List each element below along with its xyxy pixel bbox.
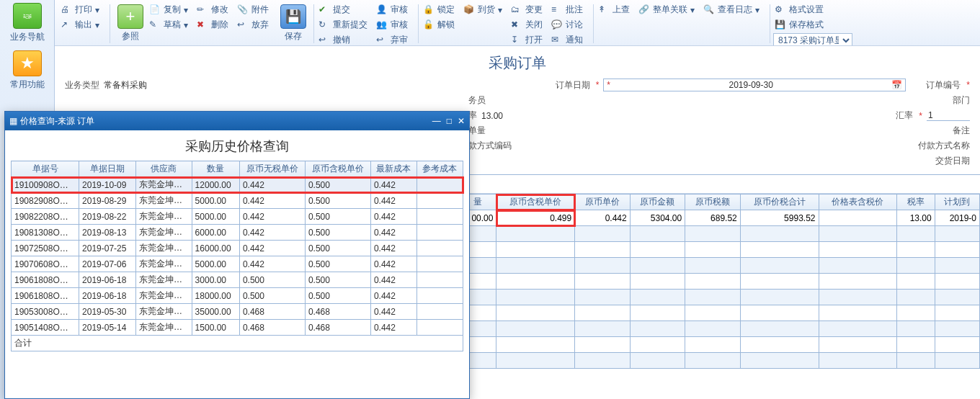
grid-cell[interactable] [630,353,685,369]
price-cell[interactable]: 5000.00 [192,256,239,272]
grid-cell[interactable] [496,337,575,353]
grid-cell[interactable] [897,337,935,353]
price-row[interactable]: 19061808O…2019-06-18东莞金坤…3000.000.5000.5… [12,272,463,288]
price-row[interactable]: 19061808O…2019-06-18东莞金坤…18000.000.5000.… [12,288,463,304]
price-cell[interactable] [416,256,463,272]
price-row[interactable]: 19082208O…2019-08-22东莞金坤…5000.000.4420.5… [12,209,463,225]
grid-cell[interactable] [496,290,575,305]
price-row[interactable]: 19100908O…2019-10-09东莞金坤…12000.000.4420.… [12,177,463,193]
grid-cell[interactable] [630,305,685,321]
price-cell[interactable]: 2019-08-29 [79,193,136,209]
grid-cell[interactable] [685,353,741,369]
price-cell[interactable] [416,272,463,288]
price-col-header[interactable]: 单据日期 [79,161,136,177]
price-cell[interactable]: 18000.00 [192,288,239,304]
price-cell[interactable]: 0.442 [370,209,416,225]
price-cell[interactable]: 0.442 [370,241,416,256]
grid-cell[interactable] [575,242,631,258]
price-cell[interactable]: 0.442 [370,193,416,209]
grid-cell[interactable] [630,226,685,242]
calendar-icon[interactable] [891,80,902,90]
grid-col-header[interactable]: 税率 [897,194,935,210]
attach-button[interactable]: 附件 [236,3,270,17]
price-cell[interactable]: 0.468 [305,320,370,336]
grid-cell[interactable] [897,321,935,337]
price-row[interactable]: 19051408O…2019-05-14东莞金坤…1500.000.4680.4… [12,320,463,336]
price-history-table[interactable]: 单据号单据日期供应商数量原币无税单价原币含税单价最新成本参考成本 1910090… [11,161,463,351]
grid-cell[interactable] [819,274,897,290]
price-cell[interactable]: 东莞金坤… [136,288,192,304]
price-col-header[interactable]: 供应商 [136,161,192,177]
grid-cell[interactable] [630,274,685,290]
price-row[interactable]: 19081308O…2019-08-13东莞金坤…6000.000.4420.5… [12,225,463,241]
price-cell[interactable]: 0.500 [239,288,305,304]
grid-cell[interactable] [685,321,741,337]
price-col-header[interactable]: 最新成本 [370,161,416,177]
grid-cell[interactable] [630,337,685,353]
deaudit-button[interactable]: 弃审 [375,33,409,46]
grid-cell[interactable] [819,242,897,258]
grid-cell[interactable] [740,226,819,242]
grid-col-header[interactable]: 计划到 [935,194,979,210]
grid-cell[interactable]: 5304.00 [630,210,685,226]
price-cell[interactable]: 东莞金坤… [136,177,192,193]
grid-col-header[interactable]: 原币含税单价 [496,194,575,210]
grid-cell[interactable] [575,305,631,321]
grid-cell[interactable] [740,274,819,290]
grid-cell[interactable] [935,226,979,242]
grid-cell[interactable] [935,290,979,305]
price-cell[interactable]: 0.442 [239,225,305,241]
dialog-titlebar[interactable]: 价格查询-来源 订单 — □ ✕ [5,112,469,130]
grid-cell[interactable] [496,353,575,369]
fmtsave-button[interactable]: 保存格式 [773,18,852,32]
lock-button[interactable]: 锁定 [422,3,456,17]
grid-cell[interactable] [819,353,897,369]
orderdate-input[interactable]: *2019-09-30 [603,79,906,91]
price-cell[interactable] [416,177,463,193]
price-cell[interactable]: 0.442 [370,225,416,241]
change-button[interactable]: 变更 [509,3,544,17]
price-cell[interactable]: 东莞金坤… [136,241,192,256]
price-cell[interactable]: 0.442 [239,193,305,209]
price-cell[interactable]: 19081308O… [12,225,79,241]
price-cell[interactable]: 东莞金坤… [136,304,192,320]
grid-cell[interactable] [685,274,741,290]
price-cell[interactable]: 0.500 [305,256,370,272]
grid-cell[interactable] [819,337,897,353]
grid-cell[interactable] [740,305,819,321]
grid-cell[interactable] [685,242,741,258]
notify-button[interactable]: 通知 [550,33,584,46]
grid-cell[interactable] [496,242,575,258]
grid-cell[interactable] [630,242,685,258]
dialog-minimize-button[interactable]: — [432,116,441,126]
grid-cell[interactable] [819,210,897,226]
price-cell[interactable]: 东莞金坤… [136,256,192,272]
price-cell[interactable]: 2019-06-18 [79,272,136,288]
price-cell[interactable]: 0.442 [239,177,305,193]
grid-col-header[interactable]: 原币税额 [685,194,741,210]
grid-cell[interactable] [685,290,741,305]
exrate-value[interactable]: 1 [927,110,970,121]
price-cell[interactable]: 0.500 [239,272,305,288]
fmtset-button[interactable]: 格式设置 [773,3,852,17]
price-cell[interactable]: 东莞金坤… [136,209,192,225]
save-button[interactable]: 保存 [280,3,306,42]
price-row[interactable]: 19053008O…2019-05-30东莞金坤…35000.000.4680.… [12,304,463,320]
grid-cell[interactable] [935,305,979,321]
grid-cell[interactable] [935,353,979,369]
price-cell[interactable]: 19061808O… [12,288,79,304]
batch-button[interactable]: 批注 [550,3,584,17]
assoc-button[interactable]: 整单关联 ▾ [637,3,696,17]
price-col-header[interactable]: 数量 [192,161,239,177]
price-cell[interactable] [416,241,463,256]
audit2-button[interactable]: 审核 [375,18,409,32]
price-cell[interactable]: 19061808O… [12,272,79,288]
grid-cell[interactable] [575,258,631,274]
grid-cell[interactable] [897,258,935,274]
price-cell[interactable] [416,320,463,336]
grid-cell[interactable] [685,226,741,242]
price-cell[interactable]: 19082208O… [12,209,79,225]
draft-button[interactable]: 草稿 ▾ [148,18,190,32]
price-cell[interactable]: 0.442 [370,288,416,304]
grid-cell[interactable] [819,290,897,305]
